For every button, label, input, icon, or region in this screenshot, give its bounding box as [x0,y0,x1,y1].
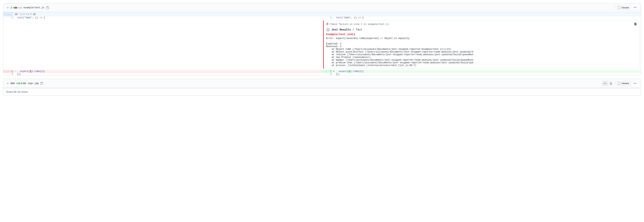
file-menu-button[interactable] [632,5,638,10]
new-line-number[interactable]: 3 [322,73,332,76]
file-icon [610,82,612,85]
expand-hunk-button[interactable]: ... [3,12,13,16]
viewed-toggle[interactable]: Viewed [616,81,631,86]
hunk-header-row: ... @@ -1,3 +1,3 @@ [3,12,641,16]
app-name[interactable]: Jest Results [332,28,351,31]
file-icon [634,22,637,26]
new-code: }); [336,73,641,76]
file-menu-button[interactable] [632,81,638,86]
diffstat-neutral [20,7,22,8]
viewed-label: Viewed [622,82,629,85]
viewed-label: Viewed [622,6,629,9]
annotation-row: Check failure on line 1 in example/test.… [3,19,641,70]
hunk-header-text: @@ -1,3 +1,3 @@ [13,12,38,16]
old-code: expect(1).toBe(2); [17,70,322,73]
svg-point-3 [634,83,634,84]
annotation-body: Error: expect(received).toBe(expected) /… [326,37,637,67]
new-line-number[interactable]: 1 [322,16,332,19]
copy-path-button[interactable] [40,82,43,85]
collapse-toggle[interactable] [6,6,9,9]
failure-icon [326,22,329,26]
diff-marker: + [332,70,336,73]
viewed-checkbox[interactable] [618,6,620,9]
diff-row: 2 - expect(1).toBe(2); 2 + expect(3).toB… [3,70,641,73]
svg-point-5 [636,83,636,84]
diffstat-del [15,7,17,8]
diff-file: 2 example/test.js Viewed ... @@ -1,3 +1,… [3,3,641,76]
separator: / [351,28,356,31]
diff-marker: - [13,70,17,73]
source-view-button[interactable] [602,81,608,86]
annotation-details-button[interactable] [634,22,637,26]
clipboard-icon [40,82,43,85]
check-name[interactable]: Test [356,28,362,31]
display-mode-toggle [602,81,614,86]
bin-label: BIN [10,82,15,85]
code-icon [604,82,606,85]
old-code: test('test', () => { [17,16,322,19]
app-avatar [326,28,330,32]
annotation-location-link[interactable]: example/test.js#L1 [326,33,637,36]
copy-path-button[interactable] [46,6,49,9]
new-code: test('test', () => { [336,16,641,19]
diff-marker [13,16,17,19]
new-code: expect(3).toBe(2); [336,70,641,73]
diff-marker [332,16,336,19]
diff-table: 1 test('test', () => { 1 test('test', ()… [3,16,641,76]
chevron-down-icon [7,7,9,9]
change-count: 2 [10,6,12,9]
svg-point-0 [634,7,634,8]
svg-point-2 [636,7,636,8]
diff-row: 1 test('test', () => { 1 test('test', ()… [3,16,641,19]
new-line-number[interactable]: 2 [322,70,332,73]
file-size-delta: +15.5 KB [16,82,26,85]
old-code: }); [17,73,322,76]
svg-point-4 [635,83,636,84]
annotation-source: Jest Results / Test [326,28,637,32]
chevron-down-icon [7,82,9,84]
diffstat-add [14,7,15,8]
diff-file: BIN +15.5 KB logo.jpg Viewed Binary file… [3,79,641,96]
diffstat [14,7,22,8]
file-path[interactable]: example/test.js [24,6,44,9]
clipboard-icon [46,6,49,9]
diff-row: 3 }); 3 }); [3,73,641,76]
check-annotation: Check failure on line 1 in example/test.… [323,20,640,69]
old-line-number[interactable]: 2 [3,70,13,73]
diffstat-neutral [19,7,20,8]
viewed-checkbox[interactable] [618,82,620,85]
diffstat-neutral [17,7,18,8]
rendered-view-button[interactable] [608,81,614,86]
old-line-number[interactable]: 1 [3,16,13,19]
file-header: 2 example/test.js Viewed [3,3,641,12]
kebab-icon [634,82,636,84]
collapse-toggle[interactable] [6,82,9,85]
file-header: BIN +15.5 KB logo.jpg Viewed [3,79,641,88]
viewed-toggle[interactable]: Viewed [616,6,631,10]
file-path[interactable]: logo.jpg [28,82,39,85]
old-line-number[interactable]: 3 [3,73,13,76]
kebab-icon [634,6,636,9]
svg-point-1 [635,7,636,8]
annotation-title: Check failure on line 1 in example/test.… [330,23,388,26]
binary-not-shown: Binary file not shown. [3,88,641,96]
